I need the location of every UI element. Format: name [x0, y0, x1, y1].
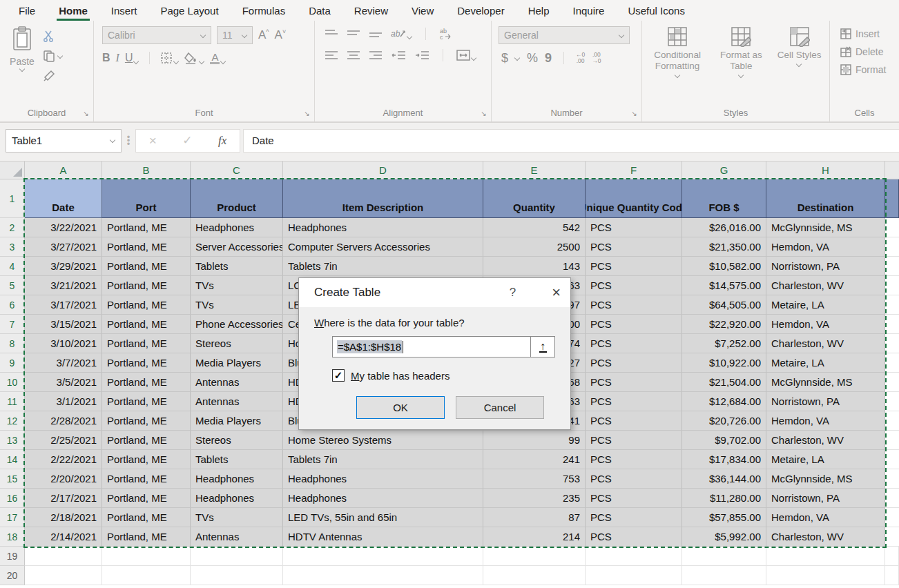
cell[interactable]: Portland, ME	[102, 489, 191, 508]
close-icon[interactable]: ×	[552, 286, 561, 300]
header-cell[interactable]: Unique Quantity Code	[586, 179, 682, 218]
column-header-d[interactable]: D	[283, 161, 483, 179]
cell[interactable]: $14,575.00	[682, 276, 766, 295]
column-header-g[interactable]: G	[682, 161, 766, 179]
cell[interactable]: Portland, ME	[102, 469, 191, 489]
cell[interactable]: 2/14/2021	[25, 527, 102, 547]
fill-color-button[interactable]	[184, 52, 204, 64]
cell-styles-button[interactable]: Cell Styles	[773, 26, 825, 104]
cell-outside-range[interactable]	[885, 469, 899, 489]
cell[interactable]: McGlynnside, MS	[766, 218, 885, 237]
cell[interactable]: Metaire, LA	[766, 295, 885, 315]
cell[interactable]: 2500	[483, 237, 586, 257]
name-box[interactable]: Table1	[6, 129, 122, 153]
copy-button[interactable]	[43, 49, 63, 63]
cell[interactable]: Charleston, WV	[766, 276, 885, 295]
cell[interactable]: Phone Accessories	[191, 315, 283, 334]
row-header-15[interactable]: 15	[0, 469, 25, 489]
cell[interactable]: PCS	[586, 392, 682, 411]
collapse-dialog-button[interactable]: ↑	[531, 336, 555, 357]
row-header-10[interactable]: 10	[0, 373, 25, 392]
shrink-font-button[interactable]: A˅	[275, 28, 287, 42]
formula-input[interactable]: Date	[243, 129, 899, 153]
cell[interactable]: Metaire, LA	[766, 450, 885, 469]
cell[interactable]: TVs	[191, 508, 283, 527]
cell[interactable]	[483, 547, 586, 566]
tab-file[interactable]: File	[7, 2, 47, 21]
headers-checkbox[interactable]: ✓	[332, 369, 345, 382]
cell[interactable]: PCS	[586, 334, 682, 353]
cell[interactable]: 3/5/2021	[25, 373, 102, 392]
cell[interactable]: PCS	[586, 237, 682, 257]
cell-outside-range[interactable]	[885, 527, 899, 547]
cell[interactable]: Charleston, WV	[766, 334, 885, 353]
font-size-select[interactable]: 11	[217, 26, 253, 44]
cell[interactable]: Hemdon, VA	[766, 237, 885, 257]
cell[interactable]: $9,702.00	[682, 431, 766, 450]
cell[interactable]: Portland, ME	[102, 257, 191, 276]
cell[interactable]: Portland, ME	[102, 450, 191, 469]
cell[interactable]	[682, 566, 766, 585]
cell[interactable]: Portland, ME	[102, 353, 191, 373]
cell-outside-range[interactable]	[885, 508, 899, 527]
cell-outside-range[interactable]	[885, 276, 899, 295]
format-painter-button[interactable]	[43, 69, 63, 83]
header-cell[interactable]: Destination	[766, 179, 885, 218]
cell-outside-range[interactable]	[885, 392, 899, 411]
cell[interactable]: 2/28/2021	[25, 411, 102, 431]
cell-outside-range[interactable]	[885, 237, 899, 257]
number-format-select[interactable]: General	[499, 26, 630, 44]
cell[interactable]: $11,280.00	[682, 489, 766, 508]
cell[interactable]: 3/7/2021	[25, 353, 102, 373]
tab-formulas[interactable]: Formulas	[231, 2, 298, 21]
header-cell[interactable]: Product	[191, 179, 283, 218]
insert-function-icon[interactable]: fx	[218, 134, 226, 148]
cell[interactable]: Tablets	[191, 257, 283, 276]
cell[interactable]: Media Players	[191, 411, 283, 431]
cell[interactable]: Charleston, WV	[766, 527, 885, 547]
cell[interactable]: Headphones	[191, 469, 283, 489]
cell[interactable]: $21,504.00	[682, 373, 766, 392]
enter-entry-icon[interactable]: ✓	[182, 133, 192, 148]
row-header-12[interactable]: 12	[0, 411, 25, 431]
accounting-format-button[interactable]: $	[501, 51, 508, 66]
cell[interactable]: 99	[483, 431, 586, 450]
cell[interactable]: Antennas	[191, 392, 283, 411]
cell[interactable]: McGlynnside, MS	[766, 469, 885, 489]
cell[interactable]: Antennas	[191, 373, 283, 392]
cell[interactable]: 2/17/2021	[25, 489, 102, 508]
cell[interactable]: PCS	[586, 276, 682, 295]
cell-outside-range[interactable]	[885, 218, 899, 237]
format-cells-button[interactable]: Format	[840, 63, 886, 76]
cell[interactable]: 2/25/2021	[25, 431, 102, 450]
insert-cells-button[interactable]: Insert	[840, 28, 886, 40]
cell[interactable]: Portland, ME	[102, 276, 191, 295]
cell[interactable]: Media Players	[191, 353, 283, 373]
cell[interactable]: Portland, ME	[102, 392, 191, 411]
comma-style-button[interactable]: 9	[545, 51, 552, 66]
row-header-16[interactable]: 16	[0, 489, 25, 508]
row-header-2[interactable]: 2	[0, 218, 25, 237]
cell-outside-range[interactable]	[885, 257, 899, 276]
cell[interactable]	[766, 566, 885, 585]
cell[interactable]: Charleston, WV	[766, 431, 885, 450]
cell[interactable]: Headphones	[283, 469, 483, 489]
row-header-4[interactable]: 4	[0, 257, 25, 276]
cell[interactable]	[283, 566, 483, 585]
cell[interactable]	[25, 547, 102, 566]
font-dialog-launcher[interactable]: ↘	[302, 109, 311, 117]
cell[interactable]	[191, 547, 283, 566]
chevron-down-icon[interactable]	[110, 138, 115, 143]
cell[interactable]: PCS	[586, 469, 682, 489]
cell-outside-range[interactable]	[885, 373, 899, 392]
cell[interactable]: Portland, ME	[102, 431, 191, 450]
paste-button[interactable]: Paste	[4, 26, 40, 104]
row-header-9[interactable]: 9	[0, 353, 25, 373]
orientation-button[interactable]: ab	[391, 28, 412, 39]
cell[interactable]: Hemdon, VA	[766, 508, 885, 527]
cell[interactable]: $7,252.00	[682, 334, 766, 353]
cell[interactable]	[191, 566, 283, 585]
grow-font-button[interactable]: A^	[258, 28, 269, 42]
row-header-19[interactable]: 19	[0, 547, 25, 566]
cell[interactable]: 87	[483, 508, 586, 527]
